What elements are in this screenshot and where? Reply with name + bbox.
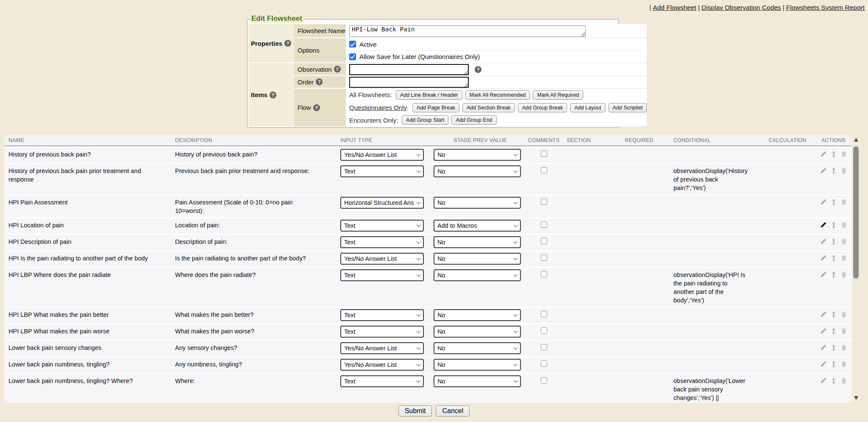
edit-icon[interactable] bbox=[820, 344, 826, 354]
resize-handle-icon[interactable] bbox=[464, 70, 468, 74]
stage-prev-value-select[interactable]: No bbox=[434, 149, 521, 161]
add-page-break-button[interactable]: Add Page Break bbox=[412, 103, 459, 112]
add-group-break-button[interactable]: Add Group Break bbox=[518, 103, 568, 112]
move-updown-icon[interactable] bbox=[831, 168, 836, 192]
edit-icon[interactable] bbox=[820, 151, 826, 161]
allow-save-later-checkbox[interactable] bbox=[349, 53, 356, 60]
edit-icon[interactable] bbox=[820, 238, 826, 248]
input-type-select[interactable]: Horizontal Structured Ans bbox=[340, 197, 424, 209]
scrollbar-thumb[interactable] bbox=[853, 146, 859, 279]
input-type-select[interactable]: Text bbox=[340, 269, 424, 281]
stage-prev-value-select[interactable]: No bbox=[434, 375, 521, 387]
stage-prev-value-select[interactable]: Add to Macros bbox=[434, 220, 521, 232]
comments-checkbox[interactable] bbox=[541, 221, 547, 228]
move-updown-icon[interactable] bbox=[831, 328, 836, 338]
move-updown-icon[interactable] bbox=[831, 377, 836, 403]
move-updown-icon[interactable] bbox=[831, 238, 836, 248]
edit-icon[interactable] bbox=[820, 222, 826, 232]
observation-input[interactable] bbox=[349, 64, 469, 75]
stage-prev-value-select[interactable]: No bbox=[434, 253, 521, 265]
cancel-button[interactable]: Cancel bbox=[436, 405, 470, 416]
edit-icon[interactable] bbox=[820, 271, 826, 305]
move-updown-icon[interactable] bbox=[831, 344, 836, 354]
edit-icon[interactable] bbox=[820, 311, 826, 321]
comments-checkbox[interactable] bbox=[541, 361, 547, 367]
input-type-select[interactable]: Text bbox=[340, 220, 424, 232]
add-group-start-button[interactable]: Add Group Start bbox=[402, 115, 448, 125]
move-updown-icon[interactable] bbox=[831, 255, 836, 265]
delete-icon[interactable] bbox=[841, 328, 847, 338]
stage-prev-value-select[interactable]: No bbox=[434, 359, 521, 371]
input-type-select[interactable]: Yes/No Answer List bbox=[340, 253, 424, 265]
comments-checkbox[interactable] bbox=[541, 151, 547, 157]
delete-icon[interactable] bbox=[841, 168, 847, 192]
comments-checkbox[interactable] bbox=[541, 271, 547, 277]
scrollbar-up-arrow-icon[interactable] bbox=[854, 138, 858, 142]
comments-checkbox[interactable] bbox=[541, 238, 547, 244]
move-updown-icon[interactable] bbox=[831, 361, 836, 371]
comments-checkbox[interactable] bbox=[541, 327, 547, 334]
move-updown-icon[interactable] bbox=[831, 311, 836, 321]
comments-checkbox[interactable] bbox=[541, 254, 547, 261]
resize-handle-icon[interactable] bbox=[464, 83, 468, 87]
scrollbar-down-arrow-icon[interactable] bbox=[854, 396, 858, 400]
add-line-break-header-button[interactable]: Add Line Break / Header bbox=[396, 90, 462, 100]
stage-prev-value-select[interactable]: No bbox=[434, 269, 521, 281]
move-updown-icon[interactable] bbox=[831, 222, 836, 232]
add-group-end-button[interactable]: Add Group End bbox=[451, 115, 496, 125]
stage-prev-value-select[interactable]: No bbox=[434, 326, 521, 338]
delete-icon[interactable] bbox=[841, 311, 847, 321]
comments-checkbox[interactable] bbox=[541, 344, 547, 350]
delete-icon[interactable] bbox=[841, 377, 847, 403]
mark-all-recommended-button[interactable]: Mark All Recommended bbox=[465, 90, 530, 100]
move-updown-icon[interactable] bbox=[831, 271, 836, 305]
edit-icon[interactable] bbox=[820, 361, 826, 371]
edit-icon[interactable] bbox=[820, 328, 826, 338]
stage-prev-value-select[interactable]: No bbox=[434, 236, 521, 248]
input-type-select[interactable]: Text bbox=[340, 326, 424, 338]
items-help-icon[interactable] bbox=[270, 92, 276, 98]
active-checkbox[interactable] bbox=[349, 41, 356, 48]
add-scriptlet-button[interactable]: Add Scriptlet bbox=[609, 103, 647, 112]
link-add-flowsheet[interactable]: Add Flowsheet bbox=[653, 4, 696, 11]
delete-icon[interactable] bbox=[841, 222, 847, 232]
delete-icon[interactable] bbox=[841, 271, 847, 305]
edit-icon[interactable] bbox=[820, 377, 826, 403]
add-layout-button[interactable]: Add Layout bbox=[570, 103, 605, 112]
input-type-select[interactable]: Yes/No Answer List bbox=[340, 149, 424, 161]
delete-icon[interactable] bbox=[841, 238, 847, 248]
comments-checkbox[interactable] bbox=[541, 198, 547, 205]
input-type-select[interactable]: Text bbox=[340, 165, 424, 177]
link-flowsheets-system-report[interactable]: Flowsheets System Report bbox=[786, 4, 865, 11]
comments-checkbox[interactable] bbox=[541, 311, 547, 317]
input-type-select[interactable]: Yes/No Answer List bbox=[340, 342, 424, 354]
resize-handle-icon[interactable] bbox=[581, 32, 585, 36]
comments-checkbox[interactable] bbox=[541, 167, 547, 173]
input-type-select[interactable]: Yes/No Answer List bbox=[340, 359, 424, 371]
move-updown-icon[interactable] bbox=[831, 199, 836, 215]
stage-prev-value-select[interactable]: No bbox=[434, 197, 521, 209]
mark-all-required-button[interactable]: Mark All Required bbox=[533, 90, 583, 100]
delete-icon[interactable] bbox=[841, 255, 847, 265]
stage-prev-value-select[interactable]: No bbox=[434, 309, 521, 321]
observation-help-icon[interactable] bbox=[475, 66, 481, 73]
input-type-select[interactable]: Text bbox=[340, 236, 424, 248]
edit-icon[interactable] bbox=[820, 255, 826, 265]
order-label-help-icon[interactable] bbox=[316, 78, 323, 85]
input-type-select[interactable]: Text bbox=[340, 375, 424, 387]
move-updown-icon[interactable] bbox=[831, 151, 836, 161]
add-section-break-button[interactable]: Add Section Break bbox=[462, 103, 515, 112]
edit-icon[interactable] bbox=[820, 168, 826, 192]
stage-prev-value-select[interactable]: No bbox=[434, 342, 521, 354]
submit-button[interactable]: Submit bbox=[398, 405, 432, 416]
input-type-select[interactable]: Text bbox=[340, 309, 424, 321]
delete-icon[interactable] bbox=[841, 151, 847, 161]
stage-prev-value-select[interactable]: No bbox=[434, 165, 521, 177]
link-display-observation-codes[interactable]: Display Observation Codes bbox=[701, 4, 781, 11]
delete-icon[interactable] bbox=[841, 199, 847, 215]
properties-help-icon[interactable] bbox=[284, 40, 291, 47]
delete-icon[interactable] bbox=[841, 344, 847, 354]
comments-checkbox[interactable] bbox=[541, 377, 547, 383]
order-input[interactable] bbox=[349, 77, 469, 88]
flowsheet-name-input[interactable]: HPI-Low Back Pain bbox=[349, 25, 586, 37]
